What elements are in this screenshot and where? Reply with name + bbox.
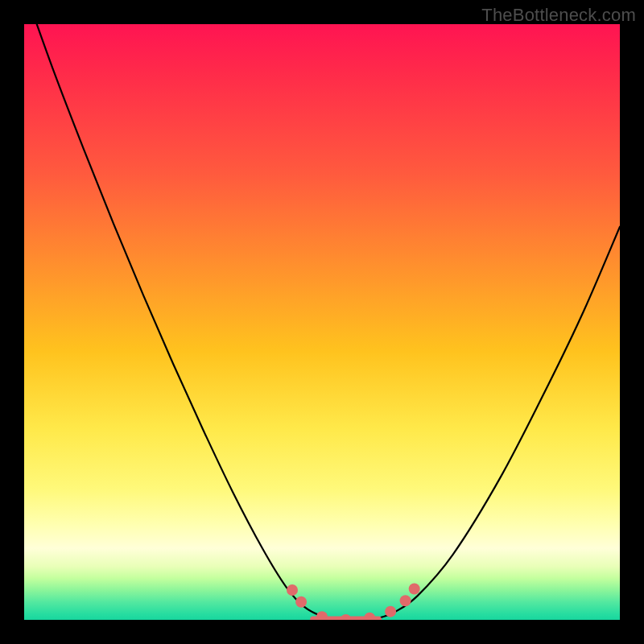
watermark-text: TheBottleneck.com [481, 5, 636, 26]
valley-band [310, 617, 382, 620]
highlight-dot [287, 584, 298, 596]
bottleneck-curve [24, 24, 620, 620]
highlight-dot [295, 597, 307, 608]
curve-layer [24, 24, 620, 620]
chart-frame: TheBottleneck.com [0, 0, 644, 644]
highlight-dots [287, 584, 420, 620]
plot-area [24, 24, 620, 620]
highlight-dot [400, 595, 411, 606]
highlight-dot [409, 584, 420, 595]
highlight-dot [385, 606, 396, 617]
